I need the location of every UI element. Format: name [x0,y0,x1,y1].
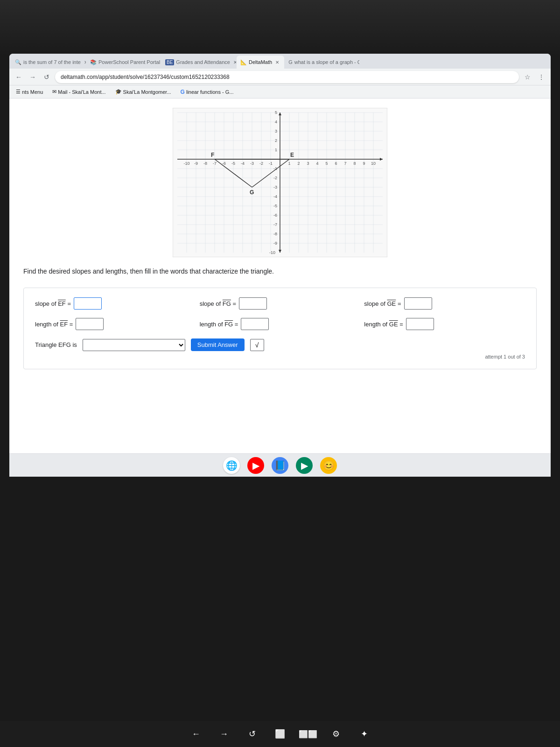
tab-internet-search[interactable]: 🔍 is the sum of 7 of the inte ✕ [11,56,86,69]
problem-instruction: Find the desired slopes and lengths, the… [23,267,322,276]
triangle-label: Triangle EFG is [35,341,77,348]
address-input[interactable] [55,71,519,83]
forward-button[interactable]: → [27,71,38,83]
svg-text:3: 3 [275,129,277,134]
attempt-counter: attempt 1 out of 3 [35,354,525,359]
svg-text:-10: -10 [269,250,275,255]
length-ef-input[interactable] [76,318,104,330]
length-ge-label: length of GE = [364,321,403,328]
svg-text:-7: -7 [273,222,277,227]
os-overview-button[interactable]: ⬜⬜ [300,726,316,742]
bookmark-icon-nts: ☰ [16,89,21,95]
top-dark-area [0,0,560,56]
tab-label-search: is the sum of 7 of the inte [23,59,81,65]
svg-text:-2: -2 [259,161,263,166]
back-button[interactable]: ← [13,71,24,83]
svg-text:-5: -5 [231,161,235,166]
triangle-type-select[interactable]: equilateral isosceles scalene right acut… [83,339,185,351]
tab-icon-deltamath: 📐 [240,59,247,65]
coordinate-graph: -10 -9 -8 -7 -6 -5 -4 -3 -2 -1 1 2 3 4 5… [173,108,387,257]
os-home-button[interactable]: ⬜ [272,726,288,742]
svg-text:2: 2 [297,161,300,166]
slope-fg-label: slope of FG = [200,300,236,307]
svg-text:-1: -1 [269,161,273,166]
svg-text:9: 9 [363,161,365,166]
graph-container: -10 -9 -8 -7 -6 -5 -4 -3 -2 -1 1 2 3 4 5… [23,108,537,257]
os-back-button[interactable]: ← [188,726,204,742]
os-refresh-button[interactable]: ↺ [244,726,260,742]
svg-text:-10: -10 [183,161,189,166]
svg-text:-2: -2 [273,176,277,180]
menu-button[interactable]: ⋮ [536,71,547,83]
bottom-dark-area [0,458,560,747]
bookmark-icon-mail: ✉ [52,89,56,95]
slope-fg-group: slope of FG = [200,297,361,310]
slope-ef-group: slope of EF = [35,297,196,310]
bookmark-mail[interactable]: ✉ Mail - Skai'La Mont... [49,88,108,96]
taskbar-face-icon[interactable]: 😊 [320,457,337,474]
bookmark-icon-google: G [181,89,185,95]
svg-text:F: F [211,152,214,158]
svg-text:4: 4 [316,161,318,166]
tab-close-search[interactable]: ✕ [83,59,86,65]
svg-text:-3: -3 [250,161,254,166]
svg-text:5: 5 [275,110,277,115]
tab-close-deltamath[interactable]: ✕ [274,59,280,65]
svg-text:3: 3 [307,161,309,166]
content-area: -10 -9 -8 -7 -6 -5 -4 -3 -2 -1 1 2 3 4 5… [9,99,551,453]
svg-text:-8: -8 [203,161,207,166]
check-button[interactable]: √ [250,339,264,351]
svg-text:-9: -9 [194,161,198,166]
reload-button[interactable]: ↺ [41,71,52,83]
tab-deltamath[interactable]: 📐 DeltaMath ✕ [237,56,284,69]
tab-icon-google: G [288,59,293,65]
tab-label-powerschool: PowerSchool Parent Portal / Ho [98,59,161,65]
taskbar-play-icon[interactable]: ▶ [296,457,313,474]
submit-answer-button[interactable]: Submit Answer [191,338,245,351]
tab-label-deltamath: DeltaMath [249,59,272,65]
slope-ge-group: slope of GE = [364,297,525,310]
svg-text:1: 1 [288,161,290,166]
bookmark-button[interactable]: ☆ [522,71,533,83]
browser-window: 🔍 is the sum of 7 of the inte ✕ 📚 PowerS… [9,54,551,477]
tab-grades[interactable]: BE Grades and Attendance ✕ [161,56,236,69]
bookmark-linear-functions[interactable]: G linear functions - G... [178,88,237,96]
svg-text:G: G [250,189,254,196]
taskbar-docs-icon[interactable]: 📘 [272,457,288,474]
tab-powerschool[interactable]: 📚 PowerSchool Parent Portal / Ho ✕ [86,56,161,69]
svg-text:-4: -4 [241,161,245,166]
triangle-row: Triangle EFG is equilateral isosceles sc… [35,338,525,351]
os-brightness-button[interactable]: ✦ [356,726,372,742]
bookmark-nts-menu[interactable]: ☰ nts Menu [13,88,46,96]
slope-fg-input[interactable] [239,297,267,310]
taskbar-chrome-icon[interactable]: 🌐 [223,457,240,474]
chrome-taskbar: 🌐 ▶ 📘 ▶ 😊 [9,453,551,477]
tab-icon-search: 🔍 [15,59,21,65]
slope-ef-input[interactable] [74,297,102,310]
svg-text:2: 2 [275,138,277,143]
bookmark-skaila[interactable]: 🎓 Skai'La Montgomer... [112,88,174,96]
answer-section: slope of EF = slope of FG = slope of GE … [23,288,537,369]
tab-google-slope[interactable]: G what is a slope of a graph - Goo ✕ [285,56,359,69]
svg-text:8: 8 [353,161,356,166]
svg-text:5: 5 [325,161,328,166]
svg-text:-8: -8 [273,232,277,236]
bookmark-label-skaila: Skai'La Montgomer... [123,89,171,95]
svg-text:6: 6 [335,161,337,166]
slope-ef-label: slope of EF = [35,300,71,307]
taskbar-youtube-icon[interactable]: ▶ [247,457,264,474]
bookmark-label-nts: nts Menu [22,89,43,95]
tab-icon-powerschool: 📚 [90,59,97,65]
bookmarks-bar: ☰ nts Menu ✉ Mail - Skai'La Mont... 🎓 Sk… [9,85,551,99]
bookmark-icon-skaila: 🎓 [115,89,122,95]
slope-ge-input[interactable] [404,297,432,310]
os-forward-button[interactable]: → [216,726,232,742]
tab-close-grades[interactable]: ✕ [232,59,236,65]
length-fg-input[interactable] [241,318,269,330]
length-ge-input[interactable] [406,318,434,330]
svg-text:1: 1 [275,148,277,152]
os-settings-button[interactable]: ⚙ [328,726,344,742]
bookmark-label-linear: linear functions - G... [186,89,234,95]
slope-ge-label: slope of GE = [364,300,401,307]
slopes-row: slope of EF = slope of FG = slope of GE … [35,297,525,310]
